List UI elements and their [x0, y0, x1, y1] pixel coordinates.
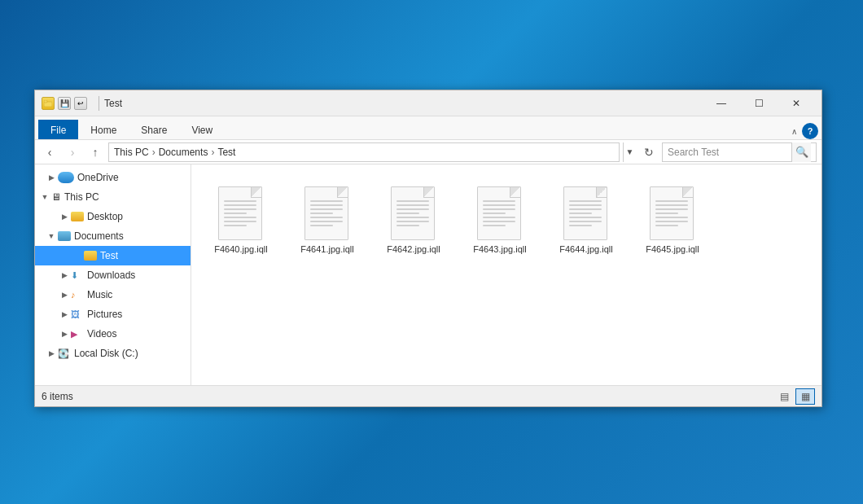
sidebar-item-videos[interactable]: ▶ ▶ Videos — [35, 324, 191, 344]
doc-line — [655, 200, 688, 202]
pc-icon: 🖥 — [51, 191, 61, 203]
details-view-button[interactable]: ▤ — [774, 388, 794, 405]
doc-line — [224, 208, 256, 210]
documents-folder-icon — [58, 231, 71, 241]
disk-icon: 💽 — [58, 348, 71, 358]
sidebar-item-pictures[interactable]: ▶ 🖼 Pictures — [35, 305, 191, 324]
search-button[interactable]: 🔍 — [791, 142, 811, 162]
file-item-1[interactable]: F4641.jpg.iqll — [291, 177, 364, 259]
tab-share[interactable]: Share — [129, 120, 179, 139]
downloads-icon: ⬇ — [71, 270, 84, 280]
item-count: 6 items — [42, 391, 774, 402]
sidebar-item-localdisk[interactable]: ▶ 💽 Local Disk (C:) — [35, 344, 191, 363]
file-icon-3 — [474, 182, 526, 240]
address-dropdown-arrow[interactable]: ▼ — [623, 142, 636, 162]
doc-line — [483, 213, 506, 214]
tab-file[interactable]: File — [38, 120, 78, 139]
sidebar-item-music[interactable]: ▶ ♪ Music — [35, 285, 191, 305]
sidebar-item-desktop[interactable]: ▶ Desktop — [35, 207, 191, 226]
doc-line — [310, 217, 343, 218]
search-placeholder: Search Test — [668, 147, 791, 158]
sidebar-item-downloads[interactable]: ▶ ⬇ Downloads — [35, 265, 191, 285]
minimize-button[interactable]: — — [703, 90, 740, 116]
doc-line — [483, 208, 515, 210]
doc-line — [483, 221, 515, 222]
restore-button[interactable]: ☐ — [740, 90, 778, 116]
doc-line — [310, 204, 343, 206]
doc-line — [655, 213, 678, 214]
doc-line — [224, 225, 247, 226]
breadcrumb-thispc[interactable]: This PC — [114, 147, 149, 158]
doc-line — [310, 208, 343, 210]
refresh-button[interactable]: ↻ — [639, 142, 659, 162]
file-item-3[interactable]: F4643.jpg.iqll — [463, 177, 537, 259]
doc-line — [569, 225, 592, 226]
breadcrumb-test[interactable]: Test — [217, 147, 235, 158]
main-area: ▶ OneDrive ▼ 🖥 This PC ▶ Desktop ▼ Docum… — [35, 164, 821, 385]
file-name-1: F4641.jpg.iqll — [300, 243, 353, 255]
search-box[interactable]: Search Test 🔍 — [662, 142, 817, 162]
doc-line — [310, 213, 333, 214]
music-icon: ♪ — [71, 290, 84, 300]
ribbon-expand-icon[interactable]: ∧ — [786, 123, 802, 139]
sidebar-label-pictures: Pictures — [87, 309, 122, 320]
tab-view[interactable]: View — [179, 120, 225, 139]
doc-line — [396, 208, 429, 210]
doc-line — [569, 200, 602, 202]
breadcrumb-sep2: › — [211, 147, 214, 158]
doc-line — [310, 221, 343, 222]
help-button[interactable]: ? — [802, 123, 818, 139]
file-item-0[interactable]: F4640.jpg.iqll — [204, 177, 278, 259]
doc-line — [396, 217, 429, 218]
sidebar-item-thispc[interactable]: ▼ 🖥 This PC — [35, 187, 191, 207]
sidebar-label-onedrive: OneDrive — [77, 172, 119, 183]
expand-icon-onedrive: ▶ — [45, 173, 58, 182]
sidebar-item-documents[interactable]: ▼ Documents — [35, 226, 191, 246]
tab-home[interactable]: Home — [78, 120, 129, 139]
doc-line — [396, 213, 419, 214]
doc-line — [224, 204, 256, 206]
doc-line — [396, 204, 429, 206]
content-area: F4640.jpg.iqll F4641.jpg.iqll F4642.jpg.… — [191, 164, 821, 385]
doc-line — [569, 208, 602, 210]
doc-line — [396, 225, 419, 226]
file-explorer-window: 💾 ↩ Test — ☐ ✕ File Home Share View ∧ ? … — [34, 90, 822, 407]
file-item-5[interactable]: F4645.jpg.iqll — [636, 177, 709, 259]
status-bar: 6 items ▤ ▦ — [35, 385, 821, 406]
doc-page-5 — [650, 186, 694, 240]
expand-icon-thispc: ▼ — [38, 193, 51, 201]
doc-lines-4 — [569, 200, 602, 226]
address-bar: ‹ › ↑ This PC › Documents › Test ▼ ↻ Sea… — [35, 140, 821, 164]
close-button[interactable]: ✕ — [778, 90, 815, 116]
save-quick-btn[interactable]: 💾 — [58, 97, 71, 110]
breadcrumb-sep1: › — [152, 147, 156, 158]
folder-icon-quick[interactable] — [42, 97, 55, 110]
file-item-2[interactable]: F4642.jpg.iqll — [377, 177, 450, 259]
doc-line — [569, 204, 602, 206]
doc-line — [224, 217, 256, 218]
doc-line — [396, 221, 429, 222]
doc-line — [655, 204, 688, 206]
doc-line — [569, 213, 592, 214]
address-path[interactable]: This PC › Documents › Test — [108, 142, 620, 162]
breadcrumb-documents[interactable]: Documents — [159, 147, 208, 158]
tiles-view-button[interactable]: ▦ — [795, 388, 815, 405]
file-item-4[interactable]: F4644.jpg.iqll — [550, 177, 623, 259]
doc-line — [310, 200, 343, 202]
doc-line — [483, 200, 515, 202]
doc-page-4 — [563, 186, 607, 240]
file-name-4: F4644.jpg.iqll — [559, 243, 612, 255]
onedrive-icon — [58, 172, 74, 183]
undo-quick-btn[interactable]: ↩ — [74, 97, 87, 110]
desktop-folder-icon — [71, 212, 84, 221]
expand-icon-music: ▶ — [58, 291, 71, 299]
expand-icon-localdisk: ▶ — [45, 349, 58, 357]
pictures-icon: 🖼 — [71, 309, 84, 319]
up-button[interactable]: ↑ — [85, 142, 105, 162]
forward-button[interactable]: › — [63, 142, 82, 162]
sidebar-item-onedrive[interactable]: ▶ OneDrive — [35, 168, 191, 187]
title-separator — [99, 96, 99, 111]
doc-lines-5 — [655, 200, 688, 226]
sidebar-item-test[interactable]: Test — [35, 246, 191, 265]
back-button[interactable]: ‹ — [40, 142, 59, 162]
